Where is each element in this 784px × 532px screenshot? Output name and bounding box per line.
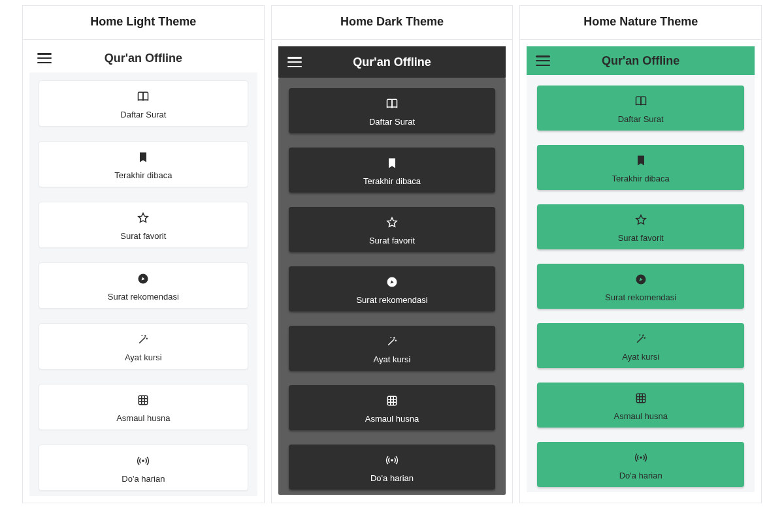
menu-item-label: Asmaul husna xyxy=(116,413,170,423)
svg-rect-1 xyxy=(139,396,148,404)
menu-item-asmaul-husna[interactable]: Asmaul husna xyxy=(537,383,744,428)
broadcast-icon xyxy=(634,451,647,467)
menu-item-label: Asmaul husna xyxy=(365,414,419,424)
menu-list: Daftar Surat Terakhir dibaca Surat favor… xyxy=(278,78,506,495)
menu-item-terakhir-dibaca[interactable]: Terakhir dibaca xyxy=(537,145,744,190)
theme-showcase-grid: Home Light Theme Qur'an Offline Daftar S… xyxy=(22,5,762,503)
book-icon xyxy=(385,97,399,113)
app-bar: Qur'an Offline xyxy=(527,46,755,75)
menu-item-surat-rekomendasi[interactable]: Surat rekomendasi xyxy=(537,264,744,309)
phone-dark: Qur'an Offline Daftar Surat Terakhir dib… xyxy=(272,40,513,501)
menu-item-doa-harian[interactable]: Do'a harian xyxy=(537,442,744,487)
menu-item-label: Terakhir dibaca xyxy=(612,174,670,183)
menu-list: Daftar Surat Terakhir dibaca Surat favor… xyxy=(527,75,755,492)
menu-item-label: Ayat kursi xyxy=(374,354,411,364)
menu-item-surat-rekomendasi[interactable]: Surat rekomendasi xyxy=(39,262,248,309)
wand-icon xyxy=(634,332,647,348)
menu-item-terakhir-dibaca[interactable]: Terakhir dibaca xyxy=(39,141,248,187)
menu-item-label: Surat favorit xyxy=(369,236,415,245)
wand-icon xyxy=(137,333,150,349)
phone-light: Qur'an Offline Daftar Surat Terakhir dib… xyxy=(23,40,264,503)
book-icon xyxy=(137,90,150,106)
menu-item-daftar-surat[interactable]: Daftar Surat xyxy=(537,86,744,131)
menu-item-label: Surat favorit xyxy=(618,233,664,243)
column-dark: Home Dark Theme Qur'an Offline Daftar Su… xyxy=(271,5,514,503)
star-icon xyxy=(634,213,647,229)
wand-icon xyxy=(385,335,399,351)
menu-item-daftar-surat[interactable]: Daftar Surat xyxy=(39,80,248,127)
compass-icon xyxy=(385,275,399,291)
menu-item-ayat-kursi[interactable]: Ayat kursi xyxy=(537,323,744,368)
svg-point-5 xyxy=(391,459,393,462)
menu-item-label: Terakhir dibaca xyxy=(114,170,172,180)
menu-item-label: Do'a harian xyxy=(122,474,165,484)
menu-item-surat-favorit[interactable]: Surat favorit xyxy=(289,207,496,252)
bookmark-icon xyxy=(385,157,399,172)
menu-item-label: Do'a harian xyxy=(370,473,414,483)
app-title: Qur'an Offline xyxy=(29,52,257,65)
menu-item-doa-harian[interactable]: Do'a harian xyxy=(289,445,496,490)
svg-point-2 xyxy=(142,460,144,462)
menu-item-label: Surat favorit xyxy=(120,231,166,241)
menu-list: Daftar Surat Terakhir dibaca Surat favor… xyxy=(29,72,257,496)
svg-rect-4 xyxy=(387,396,396,405)
menu-item-label: Surat rekomendasi xyxy=(356,295,427,305)
compass-icon xyxy=(137,272,150,288)
column-header: Home Light Theme xyxy=(23,6,264,40)
bookmark-icon xyxy=(634,154,647,170)
grid-icon xyxy=(137,394,150,409)
menu-item-asmaul-husna[interactable]: Asmaul husna xyxy=(289,385,496,430)
compass-icon xyxy=(634,273,647,289)
grid-icon xyxy=(634,392,647,407)
broadcast-icon xyxy=(385,454,399,469)
menu-item-label: Surat rekomendasi xyxy=(108,292,179,302)
menu-item-label: Daftar Surat xyxy=(618,114,664,124)
svg-rect-7 xyxy=(636,394,645,402)
menu-item-ayat-kursi[interactable]: Ayat kursi xyxy=(289,326,496,371)
menu-item-label: Do'a harian xyxy=(619,471,662,480)
menu-item-label: Asmaul husna xyxy=(613,411,667,421)
menu-item-surat-favorit[interactable]: Surat favorit xyxy=(537,204,744,249)
menu-item-daftar-surat[interactable]: Daftar Surat xyxy=(289,88,496,133)
menu-item-label: Terakhir dibaca xyxy=(363,176,421,186)
app-bar: Qur'an Offline xyxy=(278,46,506,78)
phone-nature: Qur'an Offline Daftar Surat Terakhir dib… xyxy=(520,40,761,499)
menu-item-label: Daftar Surat xyxy=(120,110,166,119)
hamburger-icon[interactable] xyxy=(536,55,550,66)
bookmark-icon xyxy=(137,151,150,166)
menu-item-label: Ayat kursi xyxy=(622,352,659,362)
broadcast-icon xyxy=(137,454,150,470)
app-bar: Qur'an Offline xyxy=(29,46,257,72)
book-icon xyxy=(634,95,647,110)
menu-item-surat-rekomendasi[interactable]: Surat rekomendasi xyxy=(289,266,496,311)
app-title: Qur'an Offline xyxy=(527,54,755,68)
menu-item-label: Ayat kursi xyxy=(125,352,162,362)
column-header: Home Nature Theme xyxy=(520,6,761,40)
hamburger-icon[interactable] xyxy=(37,53,52,63)
menu-item-label: Daftar Surat xyxy=(369,117,415,127)
hamburger-icon[interactable] xyxy=(287,57,302,67)
column-nature: Home Nature Theme Qur'an Offline Daftar … xyxy=(519,5,762,503)
menu-item-asmaul-husna[interactable]: Asmaul husna xyxy=(39,384,248,430)
menu-item-surat-favorit[interactable]: Surat favorit xyxy=(39,202,248,248)
app-title: Qur'an Offline xyxy=(278,55,506,69)
star-icon xyxy=(385,216,399,232)
menu-item-label: Surat rekomendasi xyxy=(605,292,676,302)
column-light: Home Light Theme Qur'an Offline Daftar S… xyxy=(22,5,265,503)
grid-icon xyxy=(385,394,399,410)
svg-point-8 xyxy=(640,456,642,459)
column-header: Home Dark Theme xyxy=(272,6,513,40)
menu-item-ayat-kursi[interactable]: Ayat kursi xyxy=(39,323,248,369)
star-icon xyxy=(137,211,150,227)
menu-item-terakhir-dibaca[interactable]: Terakhir dibaca xyxy=(289,148,496,193)
menu-item-doa-harian[interactable]: Do'a harian xyxy=(39,445,248,491)
